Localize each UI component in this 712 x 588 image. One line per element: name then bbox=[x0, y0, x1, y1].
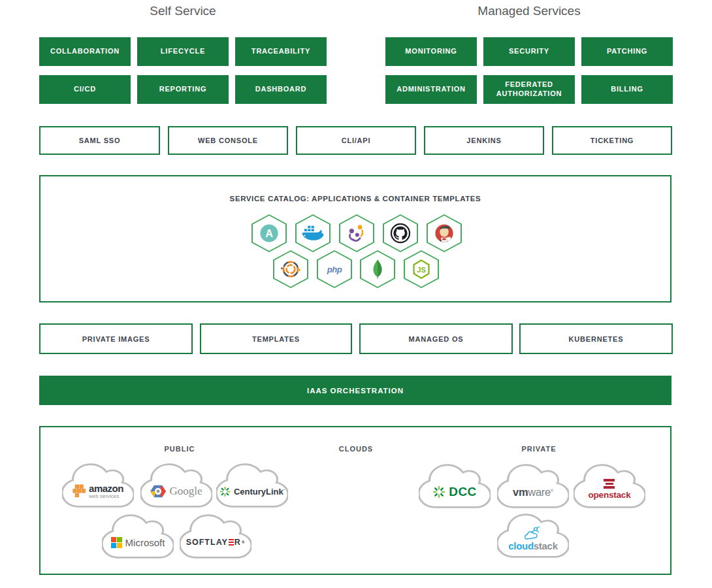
tile-security: SECURITY bbox=[483, 37, 575, 66]
box-ticketing: TICKETING bbox=[552, 126, 672, 155]
microsoft-logo: Microsoft bbox=[105, 529, 171, 555]
google-cloud-platform-icon bbox=[150, 484, 166, 498]
tile-cicd: CI/CD bbox=[39, 75, 131, 104]
private-label: PRIVATE bbox=[490, 445, 588, 453]
microsoft-cloud: Microsoft bbox=[102, 512, 174, 561]
openstack-cloud: openstack bbox=[574, 462, 645, 510]
clouds-label: CLOUDS bbox=[307, 445, 405, 453]
vmware-cloud: vmware® bbox=[497, 462, 569, 510]
tile-collaboration: COLLABORATION bbox=[39, 37, 131, 66]
google-logo: Google bbox=[143, 478, 210, 504]
box-managed-os: MANAGED OS bbox=[359, 323, 513, 354]
dcc-burst-icon bbox=[432, 485, 445, 498]
mongodb-icon bbox=[360, 250, 395, 288]
openstack-logo: openstack bbox=[576, 474, 643, 505]
aws-cloud: amazon web services bbox=[62, 461, 134, 510]
box-cli-api: CLI/API bbox=[296, 126, 416, 155]
box-private-images: PRIVATE IMAGES bbox=[39, 323, 193, 354]
softlayer-logo: SOFTLAY R ® bbox=[182, 529, 249, 555]
tile-monitoring: MONITORING bbox=[385, 37, 477, 66]
box-jenkins: JENKINS bbox=[424, 126, 544, 155]
public-label: PUBLIC bbox=[131, 445, 229, 453]
softlayer-e-bars-icon bbox=[229, 539, 234, 546]
svg-text:A: A bbox=[265, 227, 273, 239]
github-icon bbox=[383, 214, 418, 252]
cloudstack-monkey-icon bbox=[523, 526, 543, 540]
architecture-diagram: Self Service Managed Services COLLABORAT… bbox=[0, 0, 712, 588]
softlayer-cloud: SOFTLAY R ® bbox=[180, 512, 251, 561]
nodejs-icon: JS bbox=[404, 250, 439, 288]
tile-billing: BILLING bbox=[581, 75, 673, 104]
managed-services-title: Managed Services bbox=[385, 4, 673, 18]
cloudstack-cloud: cloudstack bbox=[497, 512, 569, 560]
tile-federated-authorization: FEDERATED AUTHORIZATION bbox=[483, 75, 575, 104]
tile-dashboard: DASHBOARD bbox=[235, 75, 327, 104]
self-service-title: Self Service bbox=[39, 4, 327, 18]
aws-logo: amazon web services bbox=[65, 478, 131, 504]
dcc-logo: DCC bbox=[421, 479, 488, 505]
cloudstack-logo: cloudstack bbox=[500, 522, 566, 555]
tile-traceability: TRACEABILITY bbox=[235, 37, 327, 66]
ansible-icon: A bbox=[251, 214, 287, 252]
centurylink-cloud: CenturyLink· bbox=[216, 461, 288, 510]
box-saml-sso: SAML SSO bbox=[39, 126, 160, 155]
tile-reporting: REPORTING bbox=[137, 75, 229, 104]
docker-icon bbox=[295, 214, 331, 252]
dcc-cloud: DCC bbox=[419, 462, 491, 510]
box-templates: TEMPLATES bbox=[200, 323, 352, 354]
svg-text:JS: JS bbox=[417, 266, 426, 274]
jenkins-icon bbox=[427, 214, 462, 252]
microsoft-squares-icon bbox=[111, 537, 122, 548]
tile-lifecycle: LIFECYCLE bbox=[137, 37, 229, 66]
centurylink-logo: CenturyLink· bbox=[219, 478, 285, 504]
vmware-logo: vmware® bbox=[500, 479, 566, 505]
chef-icon bbox=[273, 250, 308, 288]
centurylink-burst-icon bbox=[219, 486, 231, 497]
box-web-console: WEB CONSOLE bbox=[168, 126, 288, 155]
tile-administration: ADMINISTRATION bbox=[385, 75, 477, 104]
php-icon: php bbox=[317, 250, 352, 288]
service-catalog-title: SERVICE CATALOG: APPLICATIONS & CONTAINE… bbox=[39, 195, 672, 203]
google-cloud: Google bbox=[140, 461, 212, 510]
iaas-orchestration-bar: IAAS ORCHESTRATION bbox=[39, 376, 672, 405]
community-icon bbox=[339, 214, 374, 252]
box-kubernetes: KUBERNETES bbox=[519, 323, 673, 354]
openstack-mark-icon bbox=[604, 479, 615, 489]
tile-patching: PATCHING bbox=[581, 37, 673, 66]
aws-cubes-icon bbox=[73, 484, 86, 498]
